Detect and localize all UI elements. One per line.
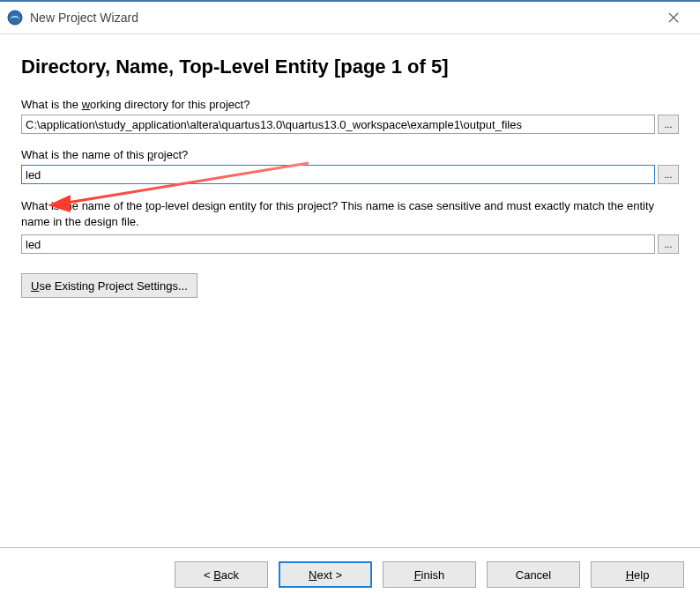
close-button[interactable] <box>654 2 693 33</box>
directory-input[interactable] <box>21 115 655 134</box>
project-name-browse-button[interactable]: ... <box>658 165 679 184</box>
wizard-content: Directory, Name, Top-Level Entity [page … <box>0 34 700 547</box>
back-button[interactable]: < Back <box>175 561 268 588</box>
cancel-button[interactable]: Cancel <box>487 561 580 588</box>
page-heading: Directory, Name, Top-Level Entity [page … <box>21 56 679 78</box>
directory-browse-button[interactable]: ... <box>658 115 679 134</box>
entity-name-browse-button[interactable]: ... <box>658 234 679 254</box>
use-existing-settings-button[interactable]: Use Existing Project Settings... <box>21 273 197 298</box>
project-name-input[interactable] <box>21 165 655 184</box>
titlebar: New Project Wizard <box>0 2 700 34</box>
next-button[interactable]: Next > <box>279 561 372 588</box>
directory-label: What is the working directory for this p… <box>21 98 679 111</box>
help-button[interactable]: Help <box>591 561 684 588</box>
entity-label: What is the name of the top-level design… <box>21 198 679 229</box>
app-icon <box>7 10 23 26</box>
entity-name-input[interactable] <box>21 234 655 254</box>
wizard-window: New Project Wizard Directory, Name, Top-… <box>0 0 700 601</box>
window-title: New Project Wizard <box>30 11 138 25</box>
project-name-label: What is the name of this project? <box>21 148 679 161</box>
wizard-footer: < Back Next > Finish Cancel Help <box>0 547 700 601</box>
finish-button[interactable]: Finish <box>383 561 476 588</box>
svg-point-0 <box>8 11 22 25</box>
